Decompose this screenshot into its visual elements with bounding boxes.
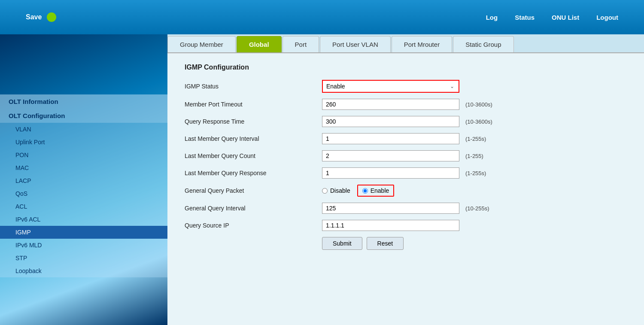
general-query-packet-radio-group: Disable Enable [322,185,394,197]
row-query-source-ip: Query Source IP [185,220,627,231]
main-layout: OLT Information OLT Configuration VLAN U… [0,34,644,325]
hint-last-member-query-interval: (1-255s) [465,136,486,142]
status-dot [47,12,56,22]
radio-disable-input[interactable] [322,188,328,194]
input-member-port-timeout[interactable] [322,99,459,110]
label-general-query-packet: General Query Packet [185,187,322,194]
hint-query-response-time: (10-3600s) [465,118,492,125]
row-last-member-query-count: Last Member Query Count (1-255) [185,150,627,161]
label-query-source-ip: Query Source IP [185,222,322,229]
input-last-member-query-interval[interactable] [322,133,459,144]
tab-port-user-vlan[interactable]: Port User VLAN [320,36,391,52]
sidebar-item-vlan[interactable]: VLAN [0,123,167,136]
form-title: IGMP Configuration [185,64,627,71]
status-link[interactable]: Status [515,14,535,21]
sidebar-item-loopback[interactable]: Loopback [0,264,167,277]
sidebar-item-ipv6-acl[interactable]: IPv6 ACL [0,213,167,226]
radio-enable[interactable]: Enable [357,185,395,197]
tab-port-mrouter[interactable]: Port Mrouter [392,36,452,52]
sidebar-item-lacp[interactable]: LACP [0,174,167,187]
onu-list-link[interactable]: ONU List [552,14,579,21]
input-general-query-interval[interactable] [322,203,459,214]
input-query-response-time[interactable] [322,116,459,127]
tab-global[interactable]: Global [237,36,282,52]
button-row: Submit Reset [322,237,627,250]
row-general-query-packet: General Query Packet Disable Enable [185,185,627,197]
tabs: Group Member Global Port Port User VLAN … [167,34,644,53]
sidebar-item-mac[interactable]: MAC [0,161,167,174]
hint-last-member-query-count: (1-255) [465,153,483,159]
content-area: Group Member Global Port Port User VLAN … [167,34,644,325]
tab-group-member[interactable]: Group Member [167,36,236,52]
row-member-port-timeout: Member Port Timeout (10-3600s) [185,99,627,110]
top-bar: Save Log Status ONU List Logout [0,0,644,34]
label-last-member-query-interval: Last Member Query Interval [185,135,322,142]
sidebar-item-uplink-port[interactable]: Uplink Port [0,136,167,149]
hint-last-member-query-response: (1-255s) [465,170,486,176]
row-igmp-status: IGMP Status Enable Disable ⌄ [185,80,627,93]
hint-general-query-interval: (10-255s) [465,205,489,212]
row-last-member-query-interval: Last Member Query Interval (1-255s) [185,133,627,144]
save-button[interactable]: Save [26,12,56,22]
logout-link[interactable]: Logout [596,14,618,21]
igmp-status-wrapper: Enable Disable ⌄ [322,80,459,93]
sidebar: OLT Information OLT Configuration VLAN U… [0,34,167,325]
sidebar-item-acl[interactable]: ACL [0,200,167,213]
sidebar-section-olt-info[interactable]: OLT Information [0,94,167,109]
label-member-port-timeout: Member Port Timeout [185,101,322,108]
form-area: IGMP Configuration IGMP Status Enable Di… [167,53,644,325]
sidebar-section-olt-config[interactable]: OLT Configuration [0,109,167,123]
submit-button[interactable]: Submit [322,237,362,250]
sidebar-item-stp[interactable]: STP [0,252,167,264]
label-igmp-status: IGMP Status [185,83,322,90]
sidebar-item-pon[interactable]: PON [0,149,167,161]
label-query-response-time: Query Response Time [185,118,322,125]
sidebar-item-qos[interactable]: QoS [0,187,167,200]
label-general-query-interval: General Query Interval [185,205,322,212]
save-label: Save [26,13,42,21]
reset-button[interactable]: Reset [367,237,404,250]
input-last-member-query-response[interactable] [322,167,459,179]
log-link[interactable]: Log [486,14,498,21]
sidebar-item-igmp[interactable]: IGMP [0,226,167,239]
igmp-status-select[interactable]: Enable Disable [323,81,459,92]
sidebar-item-ipv6-mld[interactable]: IPv6 MLD [0,239,167,252]
input-query-source-ip[interactable] [322,220,459,231]
radio-disable-label: Disable [330,187,350,194]
row-query-response-time: Query Response Time (10-3600s) [185,116,627,127]
input-last-member-query-count[interactable] [322,150,459,161]
radio-disable[interactable]: Disable [322,187,350,194]
sidebar-menu: OLT Information OLT Configuration VLAN U… [0,94,167,277]
tab-port[interactable]: Port [283,36,319,52]
radio-enable-input[interactable] [362,188,368,194]
radio-enable-label: Enable [371,187,389,194]
hint-member-port-timeout: (10-3600s) [465,101,492,108]
label-last-member-query-response: Last Member Query Response [185,170,322,176]
label-last-member-query-count: Last Member Query Count [185,152,322,159]
tab-static-group[interactable]: Static Group [453,36,513,52]
row-last-member-query-response: Last Member Query Response (1-255s) [185,167,627,179]
row-general-query-interval: General Query Interval (10-255s) [185,203,627,214]
